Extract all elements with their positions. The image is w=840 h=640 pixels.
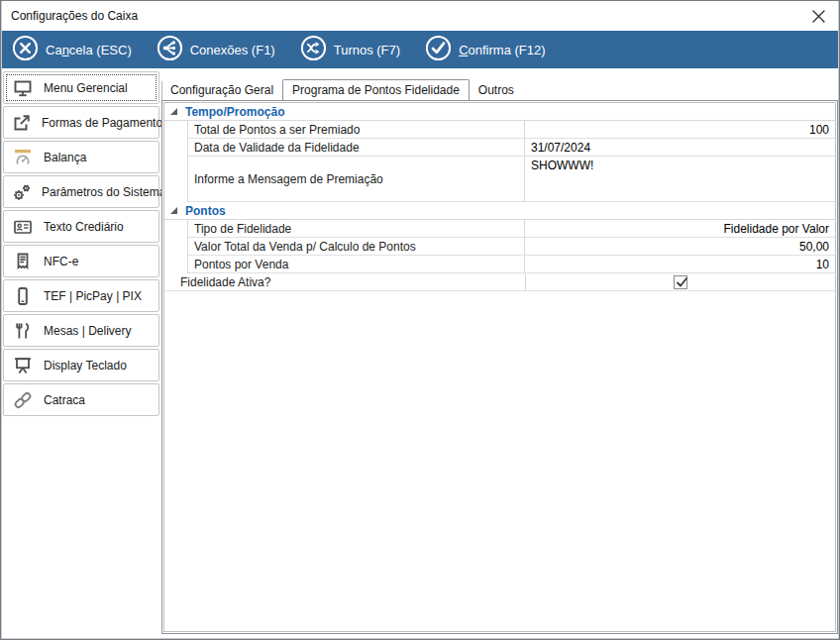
gears-icon — [11, 181, 33, 203]
sidebar-item-label: Balança — [44, 151, 86, 164]
sidebar-item-label: TEF | PicPay | PIX — [44, 289, 142, 303]
settings-window: Configurações do Caixa Cancela (ESC) — [0, 0, 840, 640]
titlebar: Configurações do Caixa — [2, 1, 838, 31]
shifts-button-label: Turnos (F7) — [334, 43, 400, 57]
sidebar-item-display-teclado[interactable]: Display Teclado — [3, 349, 159, 381]
sidebar: Menu Gerencial Formas de Pagamento Balan… — [3, 71, 159, 418]
connections-button-label: Conexões (F1) — [190, 43, 275, 57]
row-value-data-validade[interactable]: 31/07/2024 — [525, 139, 835, 157]
collapse-triangle-icon — [170, 108, 177, 115]
sidebar-item-label: Parâmetros do Sistema — [42, 185, 165, 199]
row-value-mensagem-premiacao[interactable]: SHOWWW! — [525, 157, 835, 202]
sidebar-item-label: Mesas | Delivery — [44, 324, 131, 338]
chain-icon — [11, 389, 35, 411]
row-value-pontos-por-venda[interactable]: 10 — [525, 256, 835, 273]
row-value-valor-total-venda[interactable]: 50,00 — [525, 238, 835, 256]
sidebar-item-label: NFC-e — [44, 255, 78, 268]
sidebar-item-menu-gerencial[interactable]: Menu Gerencial — [3, 71, 159, 104]
cancel-button[interactable]: Cancela (ESC) — [12, 35, 132, 64]
sidebar-item-mesas-delivery[interactable]: Mesas | Delivery — [3, 314, 159, 347]
toolbar: Cancela (ESC) Conexões (F1) — [2, 31, 838, 68]
row-label: Pontos por Venda — [188, 256, 525, 273]
tab-outros[interactable]: Outros — [470, 79, 523, 100]
shuffle-icon — [300, 35, 327, 64]
tab-page: Tempo/Promoção Total de Pontos a ser Pre… — [161, 100, 838, 634]
monitor-icon — [11, 77, 35, 99]
row-value-tipo-fidelidade[interactable]: Fidelidade por Valor — [525, 220, 835, 238]
category-row-pontos[interactable]: Pontos — [164, 202, 835, 220]
category-title: Pontos — [185, 204, 226, 218]
property-row: Valor Total da Venda p/ Calculo de Ponto… — [164, 238, 835, 256]
tab-configuracao-geral[interactable]: Configuração Geral — [161, 79, 282, 100]
sidebar-item-nfce[interactable]: NFC-e — [3, 245, 159, 277]
gauge-icon — [11, 147, 35, 168]
sidebar-item-label: Texto Crediário — [44, 220, 124, 234]
projection-screen-icon — [11, 355, 35, 376]
cutlery-icon — [11, 320, 35, 342]
property-row: Data de Validade da Fidelidade 31/07/202… — [164, 139, 835, 157]
sidebar-item-catraca[interactable]: Catraca — [3, 383, 159, 416]
fidelidade-ativa-checkbox[interactable] — [674, 275, 687, 289]
row-label: Informe a Mensagem de Premiação — [188, 157, 525, 202]
window-title: Configurações do Caixa — [11, 9, 138, 23]
sidebar-item-label: Menu Gerencial — [44, 81, 128, 95]
main-panel: Configuração Geral Programa de Pontos Fi… — [161, 79, 838, 634]
close-icon[interactable] — [810, 8, 827, 25]
connections-button[interactable]: Conexões (F1) — [157, 35, 275, 64]
category-title: Tempo/Promoção — [185, 105, 284, 119]
sidebar-item-formas-de-pagamento[interactable]: Formas de Pagamento — [3, 106, 159, 139]
property-row: Tipo de Fidelidade Fidelidade por Valor — [164, 220, 835, 238]
row-label: Data de Validade da Fidelidade — [188, 139, 525, 157]
sidebar-item-label: Formas de Pagamento — [42, 116, 162, 130]
confirm-button-label: Confirma (F12) — [459, 43, 545, 57]
property-row: Pontos por Venda 10 — [164, 256, 835, 273]
cancel-circle-icon — [12, 35, 39, 64]
tab-programa-de-pontos-fidelidade[interactable]: Programa de Pontos Fidelidade — [282, 79, 470, 100]
sidebar-item-label: Display Teclado — [44, 359, 127, 373]
export-icon — [11, 112, 33, 134]
sidebar-item-balanca[interactable]: Balança — [3, 141, 159, 173]
check-circle-icon — [425, 35, 452, 64]
shifts-button[interactable]: Turnos (F7) — [300, 35, 400, 64]
id-card-icon — [11, 216, 35, 238]
category-row-tempo-promocao[interactable]: Tempo/Promoção — [164, 103, 835, 121]
smartphone-icon — [11, 285, 35, 307]
property-row: Total de Pontos a ser Premiado 100 — [164, 121, 835, 139]
receipt-icon — [11, 251, 35, 272]
row-label: Valor Total da Venda p/ Calculo de Ponto… — [188, 238, 525, 256]
row-label: Tipo de Fidelidade — [188, 220, 525, 238]
property-row-fidelidade-ativa: Fidelidade Ativa? — [164, 273, 835, 291]
connections-icon — [157, 35, 183, 64]
row-label: Total de Pontos a ser Premiado — [188, 121, 525, 139]
tab-strip: Configuração Geral Programa de Pontos Fi… — [161, 79, 838, 100]
sidebar-item-label: Catraca — [44, 393, 85, 407]
sidebar-item-parametros-do-sistema[interactable]: Parâmetros do Sistema — [3, 175, 159, 208]
property-grid: Tempo/Promoção Total de Pontos a ser Pre… — [163, 102, 836, 632]
collapse-triangle-icon — [170, 207, 177, 214]
confirm-button[interactable]: Confirma (F12) — [425, 35, 545, 64]
cancel-button-label: Cancela (ESC) — [46, 43, 132, 57]
property-row: Informe a Mensagem de Premiação SHOWWW! — [164, 157, 835, 202]
sidebar-item-tef-picpay-pix[interactable]: TEF | PicPay | PIX — [3, 279, 159, 312]
sidebar-item-texto-crediario[interactable]: Texto Crediário — [3, 210, 159, 243]
row-label: Fidelidade Ativa? — [174, 273, 526, 291]
row-value-total-pontos[interactable]: 100 — [525, 121, 835, 139]
